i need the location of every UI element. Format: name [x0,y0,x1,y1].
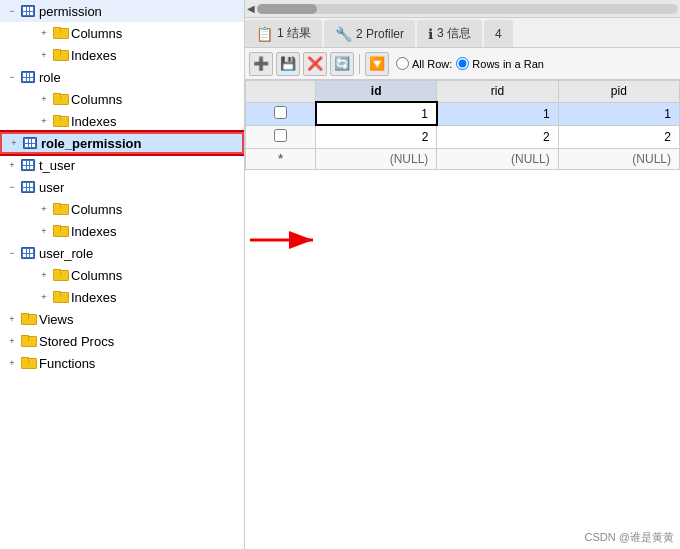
expand-user-role[interactable] [4,245,20,261]
expand-perm-indexes[interactable] [36,47,52,63]
tab-profiler[interactable]: 🔧 2 Profiler [324,20,415,47]
label-role-permission: role_permission [41,136,141,151]
label-userrole-columns: Columns [71,268,122,283]
refresh-btn[interactable]: 🔄 [330,52,354,76]
folder-icon-user-indexes [52,223,68,239]
col-header-rid[interactable]: rid [437,81,558,103]
tree-item-views[interactable]: Views [0,308,244,330]
row2-pid: 2 [558,125,679,148]
label-role: role [39,70,61,85]
expand-userrole-columns[interactable] [36,267,52,283]
new-row-pid: (NULL) [558,148,679,169]
tree-item-stored-procs[interactable]: Stored Procs [0,330,244,352]
row2-rid: 2 [437,125,558,148]
scroll-track[interactable] [257,4,678,14]
expand-stored-procs[interactable] [4,333,20,349]
tree-item-userrole-columns[interactable]: Columns [0,264,244,286]
delete-btn[interactable]: ❌ [303,52,327,76]
folder-icon-stored-procs [20,333,36,349]
expand-functions[interactable] [4,355,20,371]
label-role-columns: Columns [71,92,122,107]
radio-range-input[interactable] [456,57,469,70]
col-header-id[interactable]: id [316,81,437,103]
row1-pid: 1 [558,102,679,125]
label-userrole-indexes: Indexes [71,290,117,305]
row2-check-input[interactable] [274,129,287,142]
tab-4[interactable]: 4 [484,20,513,47]
expand-userrole-indexes[interactable] [36,289,52,305]
folder-icon-userrole-columns [52,267,68,283]
radio-all-input[interactable] [396,57,409,70]
row1-checkbox[interactable] [246,102,316,125]
expand-role-indexes[interactable] [36,113,52,129]
filter-btn[interactable]: 🔽 [365,52,389,76]
expand-t-user[interactable] [4,157,20,173]
folder-icon-perm-indexes [52,47,68,63]
tab-results[interactable]: 📋 1 结果 [245,20,322,47]
info-icon: ℹ [428,26,433,42]
expand-role-columns[interactable] [36,91,52,107]
expand-permission[interactable] [4,3,20,19]
tree-item-user-indexes[interactable]: Indexes [0,220,244,242]
scroll-left-btn[interactable]: ◀ [247,3,255,14]
tree-item-t-user[interactable]: t_user [0,154,244,176]
result-table: id rid pid 1 1 1 2 [245,80,680,170]
expand-perm-columns[interactable] [36,25,52,41]
add-row-btn[interactable]: ➕ [249,52,273,76]
radio-all-label: All Row: [412,58,452,70]
expand-user-indexes[interactable] [36,223,52,239]
label-perm-columns: Columns [71,26,122,41]
tree-panel: permission Columns Indexes role Columns … [0,0,245,549]
tree-item-user-columns[interactable]: Columns [0,198,244,220]
label-views: Views [39,312,73,327]
tree-item-role-columns[interactable]: Columns [0,88,244,110]
tree-item-role[interactable]: role [0,66,244,88]
tree-item-role-permission[interactable]: role_permission [0,132,244,154]
table-icon-role-permission [22,135,38,151]
save-btn[interactable]: 💾 [276,52,300,76]
expand-user-columns[interactable] [36,201,52,217]
row2-checkbox[interactable] [246,125,316,148]
expand-views[interactable] [4,311,20,327]
new-row-rid: (NULL) [437,148,558,169]
tree-item-userrole-indexes[interactable]: Indexes [0,286,244,308]
label-perm-indexes: Indexes [71,48,117,63]
row1-check-input[interactable] [274,106,287,119]
table-icon-user [20,179,36,195]
profiler-icon: 🔧 [335,26,352,42]
label-user: user [39,180,64,195]
tree-item-user[interactable]: user [0,176,244,198]
tree-item-permission[interactable]: permission [0,0,244,22]
label-functions: Functions [39,356,95,371]
tree-item-perm-indexes[interactable]: Indexes [0,44,244,66]
col-header-pid[interactable]: pid [558,81,679,103]
tree-item-role-indexes[interactable]: Indexes [0,110,244,132]
radio-all-rows[interactable]: All Row: [396,57,452,70]
tree-item-perm-columns[interactable]: Columns [0,22,244,44]
tab-info[interactable]: ℹ 3 信息 [417,20,482,47]
toolbar: ➕ 💾 ❌ 🔄 🔽 All Row: Rows in a Ran [245,48,680,80]
radio-range-rows[interactable]: Rows in a Ran [456,57,544,70]
table-icon-user-role [20,245,36,261]
scroll-thumb[interactable] [257,4,317,14]
folder-icon-user-columns [52,201,68,217]
table-icon-t-user [20,157,36,173]
expand-role-permission[interactable] [6,135,22,151]
expand-role[interactable] [4,69,20,85]
table-row[interactable]: 1 1 1 [246,102,680,125]
data-grid: id rid pid 1 1 1 2 [245,80,680,549]
tree-item-user-role[interactable]: user_role [0,242,244,264]
tree-item-functions[interactable]: Functions [0,352,244,374]
label-stored-procs: Stored Procs [39,334,114,349]
expand-user[interactable] [4,179,20,195]
tabs-row: 📋 1 结果 🔧 2 Profiler ℹ 3 信息 4 [245,18,680,48]
tab-results-label: 1 结果 [277,25,311,42]
folder-icon-userrole-indexes [52,289,68,305]
tab-4-label: 4 [495,27,502,41]
table-row-new[interactable]: * (NULL) (NULL) (NULL) [246,148,680,169]
col-header-checkbox [246,81,316,103]
horizontal-scrollbar[interactable]: ◀ [245,0,680,18]
folder-icon-role-indexes [52,113,68,129]
table-row[interactable]: 2 2 2 [246,125,680,148]
label-role-indexes: Indexes [71,114,117,129]
